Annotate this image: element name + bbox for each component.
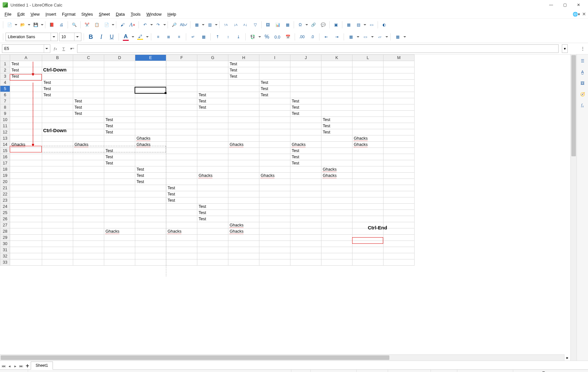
cond-format-button[interactable]: ▦: [393, 32, 402, 41]
cell-D22[interactable]: [104, 191, 135, 197]
cell-K28[interactable]: [321, 228, 352, 235]
tab-next-button[interactable]: ▸: [12, 363, 18, 369]
cell-M29[interactable]: [384, 235, 415, 241]
cell-A29[interactable]: [10, 235, 42, 241]
cell-G13[interactable]: [197, 135, 228, 142]
row-header-31[interactable]: 31: [0, 247, 10, 253]
cell-H17[interactable]: [228, 160, 259, 166]
cell-M26[interactable]: [384, 216, 415, 222]
cell-C31[interactable]: [73, 247, 104, 253]
cell-H29[interactable]: [228, 235, 259, 241]
cell-C12[interactable]: [73, 129, 104, 135]
cell-B12[interactable]: [42, 129, 73, 135]
cell-M24[interactable]: [384, 204, 415, 210]
cell-L21[interactable]: [352, 185, 384, 191]
cell-F3[interactable]: [166, 73, 197, 80]
cell-G28[interactable]: [197, 228, 228, 235]
cell-F22[interactable]: Test: [166, 191, 197, 197]
align-right-button[interactable]: ≡: [174, 32, 184, 41]
cell-J23[interactable]: [290, 197, 321, 204]
cell-A21[interactable]: [10, 185, 42, 191]
cell-C3[interactable]: [73, 73, 104, 80]
row-header-13[interactable]: 13: [0, 135, 10, 142]
cell-D14[interactable]: [104, 142, 135, 148]
italic-button[interactable]: I: [97, 32, 106, 41]
cell-I4[interactable]: Test: [259, 80, 290, 86]
spellcheck-button[interactable]: Ab✓: [179, 20, 188, 29]
menu-format[interactable]: Format: [59, 10, 78, 18]
cell-F1[interactable]: [166, 61, 197, 67]
cell-B23[interactable]: [42, 197, 73, 204]
cell-B28[interactable]: [42, 228, 73, 235]
cell-K25[interactable]: [321, 210, 352, 216]
cell-F18[interactable]: [166, 166, 197, 173]
cell-I24[interactable]: [259, 204, 290, 210]
borders-button[interactable]: ▦: [346, 32, 355, 41]
cell-F16[interactable]: [166, 154, 197, 160]
cell-D33[interactable]: [104, 259, 135, 266]
cell-K27[interactable]: [321, 222, 352, 228]
cell-B26[interactable]: [42, 216, 73, 222]
update-icon[interactable]: 🌐▾: [573, 12, 580, 17]
col-header-J[interactable]: J: [290, 55, 321, 61]
cell-L25[interactable]: [352, 210, 384, 216]
cut-button[interactable]: ✂️: [82, 20, 91, 29]
cell-J28[interactable]: [290, 228, 321, 235]
cell-L19[interactable]: [352, 173, 384, 179]
cell-B8[interactable]: [42, 104, 73, 111]
cell-H31[interactable]: [228, 247, 259, 253]
cell-M20[interactable]: [384, 179, 415, 185]
cell-L4[interactable]: [352, 80, 384, 86]
row-header-27[interactable]: 27: [0, 222, 10, 228]
number-button[interactable]: 0.0: [273, 32, 282, 41]
cell-K2[interactable]: [321, 67, 352, 73]
cell-F5[interactable]: [166, 86, 197, 92]
sort-asc-button[interactable]: ↑A: [221, 20, 230, 29]
cell-A14[interactable]: Ghacks: [10, 142, 42, 148]
cell-C25[interactable]: [73, 210, 104, 216]
cell-C22[interactable]: [73, 191, 104, 197]
open-button[interactable]: 📂: [18, 20, 27, 29]
cell-M32[interactable]: [384, 253, 415, 259]
cell-C14[interactable]: Ghacks: [73, 142, 104, 148]
cell-B30[interactable]: [42, 241, 73, 247]
sum-button[interactable]: ∑: [60, 45, 67, 52]
cell-I10[interactable]: [259, 117, 290, 123]
cell-D24[interactable]: [104, 204, 135, 210]
cell-C32[interactable]: [73, 253, 104, 259]
cell-L32[interactable]: [352, 253, 384, 259]
cell-F6[interactable]: [166, 92, 197, 98]
cell-L15[interactable]: [352, 148, 384, 154]
cell-F17[interactable]: [166, 160, 197, 166]
cell-H28[interactable]: Ghacks: [228, 228, 259, 235]
cell-L17[interactable]: [352, 160, 384, 166]
cell-G5[interactable]: [197, 86, 228, 92]
row-header-30[interactable]: 30: [0, 241, 10, 247]
row-header-10[interactable]: 10: [0, 117, 10, 123]
cell-I11[interactable]: [259, 123, 290, 129]
cell-L16[interactable]: [352, 154, 384, 160]
cell-L14[interactable]: Ghacks: [352, 142, 384, 148]
cell-J24[interactable]: [290, 204, 321, 210]
cell-D2[interactable]: [104, 67, 135, 73]
cell-D4[interactable]: [104, 80, 135, 86]
cell-G32[interactable]: [197, 253, 228, 259]
status-summary[interactable]: Average: ; Sum: 0: [457, 370, 513, 372]
cell-E32[interactable]: [135, 253, 166, 259]
formula-expand-button[interactable]: ▾: [562, 44, 568, 53]
col-header-H[interactable]: H: [228, 55, 259, 61]
cell-F15[interactable]: [166, 148, 197, 154]
cell-K33[interactable]: [321, 259, 352, 266]
cell-B9[interactable]: [42, 111, 73, 117]
cell-F24[interactable]: [166, 204, 197, 210]
cell-F33[interactable]: [166, 259, 197, 266]
cell-F27[interactable]: [166, 222, 197, 228]
cell-B32[interactable]: [42, 253, 73, 259]
cell-D9[interactable]: [104, 111, 135, 117]
cell-C24[interactable]: [73, 204, 104, 210]
percent-button[interactable]: %: [262, 32, 271, 41]
cell-K8[interactable]: [321, 104, 352, 111]
cell-J32[interactable]: [290, 253, 321, 259]
cell-K7[interactable]: [321, 98, 352, 104]
cell-E14[interactable]: Ghacks: [135, 142, 166, 148]
